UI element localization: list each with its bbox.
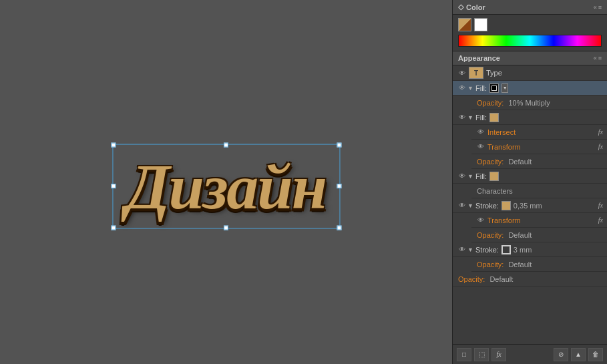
fill2-label: Fill: <box>475 114 487 122</box>
appearance-panel-header: Appearance « ≡ <box>453 51 607 65</box>
visibility-fill1[interactable]: 👁 <box>457 83 467 94</box>
stroke1-value: 0,35 mm <box>514 202 542 210</box>
arrow-stroke1[interactable]: ▼ <box>467 202 474 209</box>
row-transform2[interactable]: 👁 Transform fx <box>471 213 607 228</box>
transform1-content: Transform <box>487 143 598 151</box>
stroke2-label: Stroke: <box>475 246 499 254</box>
handle-bottom-right[interactable] <box>337 226 341 230</box>
visibility-intersect[interactable]: 👁 <box>475 127 486 138</box>
row-fill2-content: Fill: <box>475 113 603 122</box>
opacity5-content: Opacity: Default <box>458 275 603 283</box>
opacity3-value: Default <box>508 231 532 239</box>
opacity3-content: Opacity: Default <box>477 231 603 239</box>
visibility-stroke1[interactable]: 👁 <box>457 200 467 211</box>
menu-icon[interactable]: ≡ <box>598 4 602 11</box>
design-text: Дизайн <box>126 151 326 222</box>
visibility-stroke2[interactable]: 👁 <box>457 244 467 255</box>
delete-btn[interactable]: 🗑 <box>588 348 603 361</box>
clear-btn[interactable]: ⊘ <box>554 348 568 361</box>
fill1-label: Fill: <box>475 84 487 92</box>
color-spectrum[interactable] <box>458 35 602 47</box>
foreground-swatch[interactable] <box>458 18 471 31</box>
row-intersect[interactable]: 👁 Intersect fx <box>471 125 607 140</box>
row-opacity4: Opacity: Default <box>471 257 607 272</box>
visibility-transform1[interactable]: 👁 <box>475 142 486 152</box>
menu-icon2[interactable]: ≡ <box>598 55 602 61</box>
color-swatches <box>453 15 607 35</box>
visibility-fill3[interactable]: 👁 <box>457 171 467 182</box>
opacity2-label[interactable]: Opacity: <box>477 158 505 166</box>
move-up-btn[interactable]: ▲ <box>571 348 586 361</box>
characters-label: Characters <box>477 187 513 195</box>
stroke2-content: Stroke: 3 mm <box>475 245 603 254</box>
opacity4-content: Opacity: Default <box>477 260 603 268</box>
opacity4-label[interactable]: Opacity: <box>477 260 505 268</box>
arrow-fill1[interactable]: ▼ <box>467 85 474 92</box>
visibility-icon[interactable]: 👁 <box>457 67 467 78</box>
transform1-fx: fx <box>598 143 603 150</box>
opacity1-content: Opacity: 10% Multiply <box>477 99 603 107</box>
panel-arrows[interactable]: « ≡ <box>594 4 602 11</box>
stroke2-swatch[interactable] <box>501 245 511 254</box>
opacity5-label[interactable]: Opacity: <box>458 275 487 283</box>
opacity2-content: Opacity: Default <box>477 158 603 166</box>
opacity5-value: Default <box>489 275 513 283</box>
opacity3-label[interactable]: Opacity: <box>477 231 505 239</box>
arrow-fill2[interactable]: ▼ <box>467 114 474 121</box>
handle-top-middle[interactable] <box>224 142 228 147</box>
canvas-area: Дизайн <box>0 0 452 364</box>
fx-icon: fx <box>496 351 501 358</box>
intersect-label[interactable]: Intersect <box>487 128 516 136</box>
handle-bottom-left[interactable] <box>111 226 116 230</box>
appearance-panel: Appearance « ≡ 👁 T Type 👁 ▼ Fill: <box>453 51 607 344</box>
handle-middle-right[interactable] <box>337 184 341 188</box>
fill2-swatch[interactable] <box>489 113 499 122</box>
row-fill1[interactable]: 👁 ▼ Fill: ▼ <box>453 81 607 96</box>
row-stroke2[interactable]: 👁 ▼ Stroke: 3 mm <box>453 242 607 257</box>
row-transform1[interactable]: 👁 Transform fx <box>471 140 607 154</box>
handle-top-left[interactable] <box>111 142 116 147</box>
stroke1-fx: fx <box>598 202 603 209</box>
stroke1-swatch[interactable] <box>501 201 511 210</box>
handle-middle-left[interactable] <box>111 184 116 188</box>
opacity1-label[interactable]: Opacity: <box>477 99 505 107</box>
background-swatch[interactable] <box>474 18 487 31</box>
collapse-icon2[interactable]: « <box>594 55 597 61</box>
transform2-fx: fx <box>598 216 603 224</box>
row-fill2[interactable]: 👁 ▼ Fill: <box>453 110 607 125</box>
fill1-arrow[interactable]: ▼ <box>501 83 508 93</box>
color-panel: ◇ Color « ≡ <box>453 0 607 51</box>
arrow-stroke2[interactable]: ▼ <box>467 246 474 253</box>
diamond-icon: ◇ <box>458 3 463 11</box>
arrow-fill3[interactable]: ▼ <box>467 173 474 180</box>
visibility-fill2[interactable]: 👁 <box>457 112 467 123</box>
duplicate-icon: ⬚ <box>479 351 485 358</box>
fill3-swatch[interactable] <box>489 172 499 181</box>
fx-btn[interactable]: fx <box>491 348 506 361</box>
new-layer-btn[interactable]: □ <box>457 348 471 361</box>
opacity2-value: Default <box>508 158 532 166</box>
row-opacity2: Opacity: Default <box>471 154 607 169</box>
fill1-swatch[interactable] <box>489 83 499 93</box>
collapse-icon[interactable]: « <box>594 4 597 11</box>
color-panel-title: ◇ Color <box>458 3 485 11</box>
duplicate-btn[interactable]: ⬚ <box>474 348 489 361</box>
row-stroke1[interactable]: 👁 ▼ Stroke: 0,35 mm fx <box>453 198 607 213</box>
handle-bottom-middle[interactable] <box>224 226 228 230</box>
handle-top-right[interactable] <box>337 142 341 147</box>
text-container[interactable]: Дизайн <box>112 144 340 229</box>
row-type[interactable]: 👁 T Type <box>453 65 607 81</box>
transform1-label[interactable]: Transform <box>487 143 521 151</box>
color-panel-header: ◇ Color « ≡ <box>453 0 607 15</box>
row-type-content: T Type <box>469 67 603 79</box>
characters-content: Characters <box>477 187 603 195</box>
bottom-toolbar: □ ⬚ fx ⊘ ▲ 🗑 <box>453 344 607 364</box>
row-fill1-content: Fill: ▼ <box>475 83 603 93</box>
appearance-panel-arrows[interactable]: « ≡ <box>594 55 602 61</box>
stroke2-value: 3 mm <box>514 246 532 254</box>
delete-icon: 🗑 <box>592 351 599 358</box>
row-fill3[interactable]: 👁 ▼ Fill: <box>453 169 607 184</box>
transform2-label[interactable]: Transform <box>487 216 521 224</box>
row-fill3-content: Fill: <box>475 172 603 181</box>
visibility-transform2[interactable]: 👁 <box>475 215 486 226</box>
